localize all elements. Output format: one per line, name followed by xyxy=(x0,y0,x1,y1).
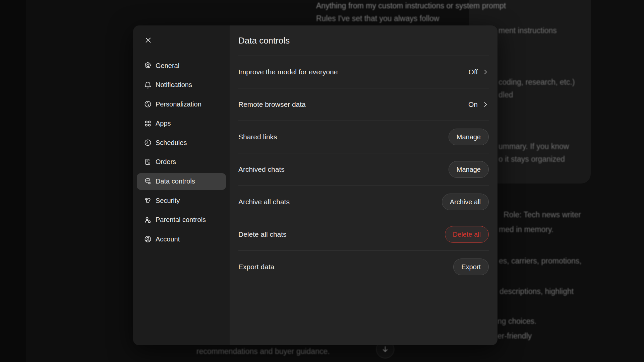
close-icon xyxy=(144,37,152,44)
chevron-right-icon xyxy=(482,101,489,108)
sidebar-item-orders[interactable]: Orders xyxy=(137,154,226,170)
setting-label: Improve the model for everyone xyxy=(238,68,338,76)
sidebar-item-label: Parental controls xyxy=(156,216,206,224)
settings-sidebar: General Notifications Personalization Ap… xyxy=(133,25,230,345)
setting-row-archive-all-chats: Archive all chats Archive all xyxy=(238,186,489,218)
sidebar-item-label: Notifications xyxy=(156,81,192,89)
sidebar-item-security[interactable]: Security xyxy=(137,192,226,209)
background-text-line: dled xyxy=(499,90,513,100)
background-text-line: Rules I've set that you always follow xyxy=(316,13,439,23)
sidebar-item-label: Account xyxy=(156,235,180,243)
setting-row-delete-all-chats: Delete all chats Delete all xyxy=(238,218,489,251)
setting-row-export-data: Export data Export xyxy=(238,251,489,283)
background-text-line: es, carriers, promotions, xyxy=(499,256,582,266)
background-text-line: Role: Tech news writer xyxy=(504,210,581,220)
sidebar-item-label: Schedules xyxy=(156,139,187,147)
setting-label: Export data xyxy=(238,263,274,271)
archive-all-button[interactable]: Archive all xyxy=(442,194,489,210)
background-text-line: med in memory. xyxy=(499,224,553,234)
background-text-line: o it stays organized xyxy=(499,154,565,164)
arrow-down-icon xyxy=(381,345,389,353)
database-gear-icon xyxy=(144,177,152,186)
close-button[interactable] xyxy=(144,36,153,45)
manage-archived-chats-button[interactable]: Manage xyxy=(449,161,489,178)
background-text-line: ng choices. xyxy=(497,316,536,326)
clock-icon xyxy=(144,139,152,147)
background-text-line: ummary. If you know xyxy=(499,141,569,151)
settings-content: Data controls Improve the model for ever… xyxy=(230,25,497,345)
sidebar-item-general[interactable]: General xyxy=(137,57,226,74)
page-title: Data controls xyxy=(238,35,290,46)
sidebar-item-account[interactable]: Account xyxy=(137,231,226,247)
background-text-line: recommendations and buyer guidance. xyxy=(196,346,330,356)
sidebar-item-label: Apps xyxy=(156,120,171,127)
gear-icon xyxy=(144,62,152,70)
sidebar-item-apps[interactable]: Apps xyxy=(137,115,226,132)
apps-icon xyxy=(144,120,152,128)
sidebar-item-label: Security xyxy=(156,197,180,205)
setting-label: Remote browser data xyxy=(238,100,306,108)
setting-row-improve-model: Improve the model for everyone Off xyxy=(238,56,489,88)
person-lock-icon xyxy=(144,216,152,224)
background-text-line: descriptions, highlight xyxy=(500,286,574,296)
sidebar-item-label: Data controls xyxy=(156,177,195,185)
setting-label: Archived chats xyxy=(238,165,285,173)
sidebar-item-personalization[interactable]: Personalization xyxy=(137,96,226,113)
sidebar-item-label: Orders xyxy=(156,158,176,166)
sidebar-item-label: General xyxy=(156,62,179,70)
sidebar-item-parental-controls[interactable]: Parental controls xyxy=(137,212,226,228)
bell-icon xyxy=(144,81,152,89)
sidebar-item-notifications[interactable]: Notifications xyxy=(137,77,226,93)
person-circle-icon xyxy=(144,235,152,243)
background-text-line: er-friendly xyxy=(497,331,532,341)
setting-value-control[interactable]: Off xyxy=(468,68,489,76)
sidebar-item-label: Personalization xyxy=(156,100,201,108)
keys-icon xyxy=(144,197,152,205)
setting-label: Archive all chats xyxy=(238,198,290,206)
setting-value-control[interactable]: On xyxy=(468,100,489,108)
setting-label: Shared links xyxy=(238,133,277,141)
export-button[interactable]: Export xyxy=(453,259,489,275)
setting-row-remote-browser-data: Remote browser data On xyxy=(238,88,489,121)
sidebar-item-schedules[interactable]: Schedules xyxy=(137,134,226,151)
manage-shared-links-button[interactable]: Manage xyxy=(449,129,489,145)
background-text-line: Anything from my custom instructions or … xyxy=(316,1,506,11)
sidebar-item-data-controls[interactable]: Data controls xyxy=(137,173,226,190)
personalization-icon xyxy=(144,100,152,108)
chevron-right-icon xyxy=(482,69,489,75)
background-text-line: coding, research, etc.) xyxy=(499,77,575,87)
settings-nav: General Notifications Personalization Ap… xyxy=(137,57,226,250)
background-text-line: ment instructions xyxy=(499,25,557,35)
settings-modal: General Notifications Personalization Ap… xyxy=(133,25,497,345)
settings-header: Data controls xyxy=(238,25,489,56)
setting-value: Off xyxy=(468,68,478,76)
setting-row-shared-links: Shared links Manage xyxy=(238,121,489,153)
collapsed-sidebar xyxy=(0,0,26,362)
setting-row-archived-chats: Archived chats Manage xyxy=(238,153,489,186)
receipt-icon xyxy=(144,158,152,166)
setting-label: Delete all chats xyxy=(238,230,287,238)
delete-all-button[interactable]: Delete all xyxy=(445,226,489,243)
setting-value: On xyxy=(468,100,478,108)
